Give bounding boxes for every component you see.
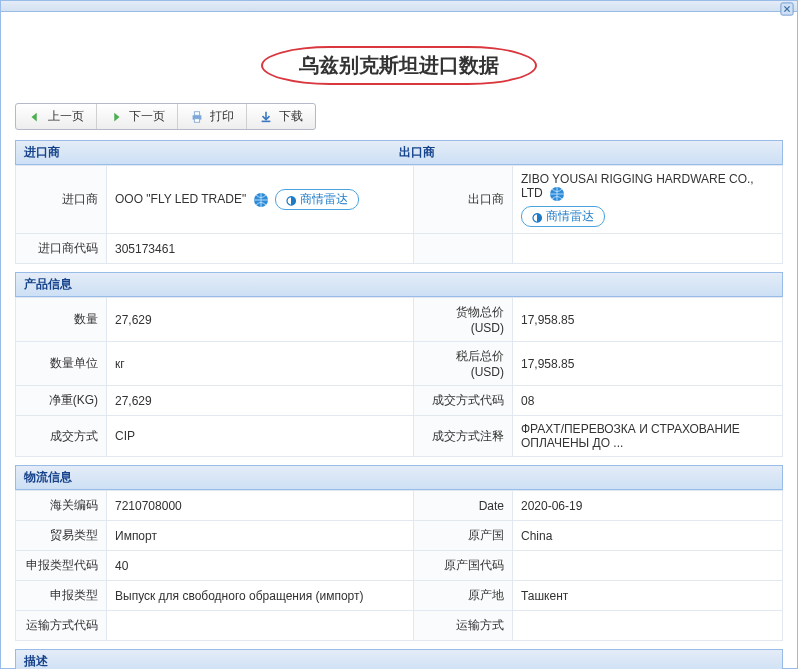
deal-type-label: 成交方式 bbox=[16, 416, 107, 457]
decl-code-label: 申报类型代码 bbox=[16, 551, 107, 581]
globe-icon[interactable] bbox=[549, 186, 565, 202]
exporter-label: 出口商 bbox=[414, 166, 513, 234]
transport-value bbox=[513, 611, 783, 641]
svg-rect-2 bbox=[194, 111, 199, 115]
table-row: 申报类型 Выпуск для свободного обращения (им… bbox=[16, 581, 783, 611]
svg-rect-3 bbox=[194, 118, 199, 122]
deal-type-value: CIP bbox=[107, 416, 414, 457]
exporter-cell: ZIBO YOUSAI RIGGING HARDWARE CO., LTD ◑ … bbox=[513, 166, 783, 234]
download-label: 下载 bbox=[279, 108, 303, 125]
qty-unit-label: 数量单位 bbox=[16, 342, 107, 386]
trade-type-label: 贸易类型 bbox=[16, 521, 107, 551]
description-section-header: 描述 bbox=[15, 649, 783, 669]
importer-code: 305173461 bbox=[107, 234, 414, 264]
decl-code-value: 40 bbox=[107, 551, 414, 581]
after-tax-label: 税后总价 (USD) bbox=[414, 342, 513, 386]
origin-code-value bbox=[513, 551, 783, 581]
radar-button[interactable]: ◑ 商情雷达 bbox=[521, 206, 605, 227]
radar-label: 商情雷达 bbox=[300, 191, 348, 208]
after-tax-value: 17,958.85 bbox=[513, 342, 783, 386]
transport-label: 运输方式 bbox=[414, 611, 513, 641]
table-row: 数量单位 кг 税后总价 (USD) 17,958.85 bbox=[16, 342, 783, 386]
next-button[interactable]: 下一页 bbox=[97, 104, 178, 129]
download-button[interactable]: 下载 bbox=[247, 104, 315, 129]
goods-total-label: 货物总价 (USD) bbox=[414, 298, 513, 342]
net-wt-label: 净重(KG) bbox=[16, 386, 107, 416]
deal-desc-value: ФРАХТ/ПЕРЕВОЗКА И СТРАХОВАНИЕ ОПЛАЧЕНЫ Д… bbox=[513, 416, 783, 457]
arrow-left-icon bbox=[28, 110, 42, 124]
radar-icon: ◑ bbox=[532, 210, 542, 224]
importer-code-label: 进口商代码 bbox=[16, 234, 107, 264]
trader-section-header: 进口商 出口商 bbox=[15, 140, 783, 165]
prev-label: 上一页 bbox=[48, 108, 84, 125]
deal-code-label: 成交方式代码 bbox=[414, 386, 513, 416]
table-row: 净重(KG) 27,629 成交方式代码 08 bbox=[16, 386, 783, 416]
qty-unit-value: кг bbox=[107, 342, 414, 386]
decl-type-label: 申报类型 bbox=[16, 581, 107, 611]
modal-window: 乌兹别克斯坦进口数据 上一页 下一页 打印 下载 进口商 出口商 bbox=[0, 0, 798, 669]
qty-value: 27,629 bbox=[107, 298, 414, 342]
net-wt-value: 27,629 bbox=[107, 386, 414, 416]
hs-label: 海关编码 bbox=[16, 491, 107, 521]
table-row: 运输方式代码 运输方式 bbox=[16, 611, 783, 641]
product-table: 数量 27,629 货物总价 (USD) 17,958.85 数量单位 кг 税… bbox=[15, 297, 783, 457]
table-row: 贸易类型 Импорт 原产国 China bbox=[16, 521, 783, 551]
origin-country-value: China bbox=[513, 521, 783, 551]
arrow-right-icon bbox=[109, 110, 123, 124]
transport-code-label: 运输方式代码 bbox=[16, 611, 107, 641]
close-icon[interactable] bbox=[780, 2, 794, 16]
page-title: 乌兹别克斯坦进口数据 bbox=[15, 46, 783, 85]
printer-icon bbox=[190, 110, 204, 124]
table-row: 进口商代码 305173461 bbox=[16, 234, 783, 264]
importer-cell: OOO "FLY LED TRADE" ◑ 商情雷达 bbox=[107, 166, 414, 234]
table-row: 数量 27,629 货物总价 (USD) 17,958.85 bbox=[16, 298, 783, 342]
globe-icon[interactable] bbox=[253, 192, 269, 208]
toolbar: 上一页 下一页 打印 下载 bbox=[15, 103, 316, 130]
date-value: 2020-06-19 bbox=[513, 491, 783, 521]
product-section-header: 产品信息 bbox=[15, 272, 783, 297]
origin-place-value: Ташкент bbox=[513, 581, 783, 611]
origin-place-label: 原产地 bbox=[414, 581, 513, 611]
radar-icon: ◑ bbox=[286, 193, 296, 207]
table-row: 进口商 OOO "FLY LED TRADE" ◑ 商情雷达 出口商 ZIBO … bbox=[16, 166, 783, 234]
radar-label: 商情雷达 bbox=[546, 208, 594, 225]
trader-table: 进口商 OOO "FLY LED TRADE" ◑ 商情雷达 出口商 ZIBO … bbox=[15, 165, 783, 264]
next-label: 下一页 bbox=[129, 108, 165, 125]
date-label: Date bbox=[414, 491, 513, 521]
table-row: 申报类型代码 40 原产国代码 bbox=[16, 551, 783, 581]
transport-code-value bbox=[107, 611, 414, 641]
prev-button[interactable]: 上一页 bbox=[16, 104, 97, 129]
radar-button[interactable]: ◑ 商情雷达 bbox=[275, 189, 359, 210]
origin-code-label: 原产国代码 bbox=[414, 551, 513, 581]
goods-total-value: 17,958.85 bbox=[513, 298, 783, 342]
hs-value: 7210708000 bbox=[107, 491, 414, 521]
importer-name: OOO "FLY LED TRADE" bbox=[115, 192, 246, 206]
print-button[interactable]: 打印 bbox=[178, 104, 247, 129]
trade-type-value: Импорт bbox=[107, 521, 414, 551]
qty-label: 数量 bbox=[16, 298, 107, 342]
logistics-table: 海关编码 7210708000 Date 2020-06-19 贸易类型 Имп… bbox=[15, 490, 783, 641]
importer-header: 进口商 bbox=[24, 144, 399, 161]
table-row: 海关编码 7210708000 Date 2020-06-19 bbox=[16, 491, 783, 521]
print-label: 打印 bbox=[210, 108, 234, 125]
deal-code-value: 08 bbox=[513, 386, 783, 416]
download-icon bbox=[259, 110, 273, 124]
deal-desc-label: 成交方式注释 bbox=[414, 416, 513, 457]
page-title-text: 乌兹别克斯坦进口数据 bbox=[261, 46, 537, 85]
exporter-header: 出口商 bbox=[399, 144, 774, 161]
table-row: 成交方式 CIP 成交方式注释 ФРАХТ/ПЕРЕВОЗКА И СТРАХО… bbox=[16, 416, 783, 457]
logistics-section-header: 物流信息 bbox=[15, 465, 783, 490]
importer-label: 进口商 bbox=[16, 166, 107, 234]
window-titlebar bbox=[1, 1, 797, 12]
origin-country-label: 原产国 bbox=[414, 521, 513, 551]
decl-type-value: Выпуск для свободного обращения (импорт) bbox=[107, 581, 414, 611]
